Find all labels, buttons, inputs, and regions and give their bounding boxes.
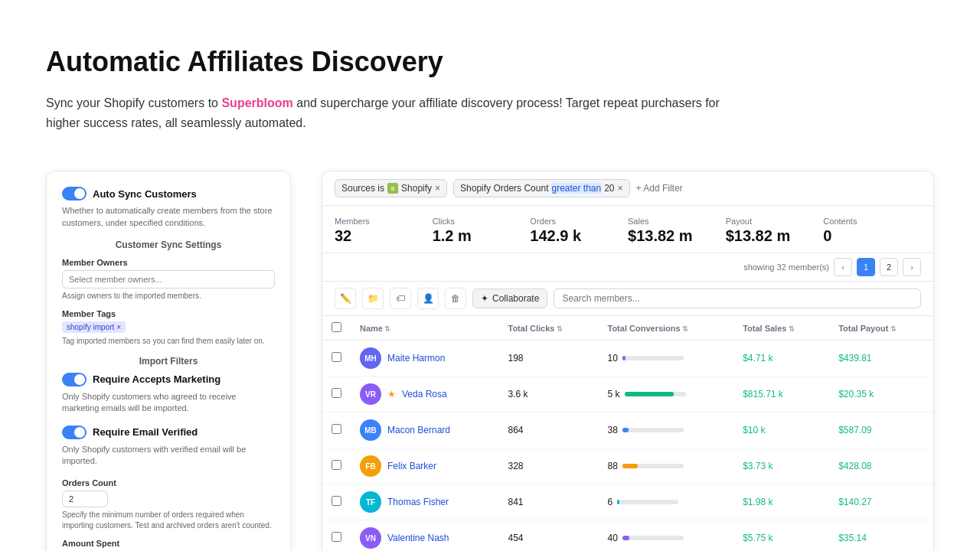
member-name-cell: VR ★ Veda Rosa: [351, 377, 498, 412]
orders-count-filter-key: Shopify Orders Count: [460, 183, 548, 194]
sales-cell: $1.98 k: [733, 484, 829, 520]
member-owners-input[interactable]: [62, 270, 275, 289]
payout-cell: $20.35 k: [829, 377, 933, 412]
right-panel: Sources is S Shopify × Shopify Orders Co…: [322, 171, 934, 551]
prev-page-button[interactable]: ‹: [834, 258, 852, 276]
auto-sync-toggle-row: Auto Sync Customers: [62, 187, 275, 201]
member-name-cell: MB Macon Bernard: [351, 412, 498, 448]
member-tags-row: shopify import ×: [62, 321, 275, 333]
member-name-link[interactable]: Veda Rosa: [402, 389, 447, 399]
search-members-input[interactable]: [554, 289, 921, 308]
orders-count-label: Orders Count: [62, 478, 275, 487]
conversion-fill: [622, 536, 630, 540]
sales-cell: $815.71 k: [733, 377, 829, 412]
collaborate-label: Collaborate: [492, 293, 539, 304]
clicks-cell: 454: [498, 520, 598, 551]
member-name-link[interactable]: Maite Harmon: [387, 353, 445, 364]
collaborate-icon: ✦: [481, 293, 488, 304]
conversion-fill: [622, 464, 638, 468]
row-checkbox[interactable]: [332, 460, 341, 470]
shopify-import-tag[interactable]: shopify import ×: [62, 321, 126, 333]
payout-cell: $587.09: [829, 412, 933, 448]
member-tags-label: Member Tags: [62, 309, 275, 318]
page-description: Sync your Shopify customers to Superbloo…: [46, 93, 735, 132]
require-marketing-toggle[interactable]: [62, 373, 87, 386]
description-start: Sync your Shopify customers to: [46, 96, 221, 109]
stat-orders-value: 142.9 k: [530, 227, 628, 245]
select-all-checkbox[interactable]: [332, 322, 341, 332]
clicks-cell: 328: [498, 448, 598, 484]
row-checkbox[interactable]: [332, 352, 341, 362]
conversions-cell: 6: [599, 484, 734, 520]
sales-cell: $5.75 k: [733, 520, 829, 551]
filter-key: Sources is: [341, 183, 384, 194]
sources-filter-chip[interactable]: Sources is S Shopify ×: [335, 179, 447, 197]
row-checkbox-cell: [322, 484, 351, 520]
customer-sync-heading: Customer Sync Settings: [62, 240, 275, 250]
next-page-button[interactable]: ›: [903, 258, 921, 276]
row-checkbox-cell: [322, 520, 351, 551]
tag-sub: Tag imported members so you can find the…: [62, 336, 275, 347]
member-name-link[interactable]: Felix Barker: [387, 461, 436, 471]
sources-filter-close[interactable]: ×: [435, 184, 440, 193]
toolbar: ✏️ 📁 🏷 👤 🗑 ✦ Collaborate: [322, 282, 933, 316]
th-total-sales[interactable]: Total Sales: [733, 316, 829, 341]
member-avatar: MB: [360, 419, 381, 441]
page-1-button[interactable]: 1: [857, 258, 875, 276]
folder-icon[interactable]: 📁: [362, 288, 384, 309]
delete-icon[interactable]: 🗑: [445, 288, 466, 309]
member-name-cell: FB Felix Barker: [351, 448, 498, 484]
payout-cell: $35.14: [829, 520, 933, 551]
th-total-conversions[interactable]: Total Conversions: [599, 316, 734, 341]
row-checkbox[interactable]: [332, 388, 341, 398]
member-name-link[interactable]: Valentine Nash: [387, 533, 449, 543]
member-name-link[interactable]: Macon Bernard: [387, 425, 450, 435]
th-total-payout[interactable]: Total Payout: [829, 316, 933, 341]
conversion-bar: [625, 392, 686, 396]
tag-value: shopify import: [67, 323, 114, 331]
brand-link[interactable]: Superbloom: [221, 96, 292, 109]
member-name-cell: TF Thomas Fisher: [351, 484, 498, 520]
stat-sales: Sales $13.82 m: [628, 217, 726, 245]
member-name-link[interactable]: Thomas Fisher: [387, 497, 449, 507]
shopify-icon: S: [387, 183, 398, 194]
page-2-button[interactable]: 2: [880, 258, 898, 276]
add-filter-button[interactable]: + Add Filter: [636, 183, 683, 194]
stat-clicks-label: Clicks: [433, 217, 531, 226]
auto-sync-toggle[interactable]: [62, 187, 87, 201]
row-checkbox[interactable]: [332, 532, 341, 542]
row-checkbox[interactable]: [332, 496, 341, 506]
import-filters-heading: Import Filters: [62, 356, 275, 367]
require-email-toggle[interactable]: [62, 425, 87, 439]
th-total-clicks[interactable]: Total Clicks: [498, 316, 598, 341]
payout-cell: $439.81: [829, 341, 933, 377]
th-checkbox: [322, 316, 351, 341]
row-checkbox[interactable]: [332, 424, 341, 434]
member-owners-label: Member Owners: [62, 258, 275, 267]
clicks-cell: 864: [498, 412, 598, 448]
collaborate-button[interactable]: ✦ Collaborate: [472, 289, 547, 308]
stat-contents-value: 0: [823, 227, 921, 245]
filter-chip-value: Shopify: [401, 183, 432, 194]
conversion-fill: [622, 428, 629, 432]
conversions-value: 6: [608, 497, 613, 507]
user-icon[interactable]: 👤: [417, 288, 439, 309]
auto-sync-desc: Whether to automatically create members …: [62, 205, 275, 229]
table-row: MB Macon Bernard 864 38 $10 k $587.09: [322, 412, 933, 448]
member-avatar: VN: [360, 527, 381, 549]
conversion-bar: [617, 500, 678, 504]
member-name-cell: VN Valentine Nash: [351, 520, 498, 551]
edit-icon[interactable]: ✏️: [335, 288, 356, 309]
conversion-bar: [622, 356, 684, 360]
stat-clicks: Clicks 1.2 m: [433, 217, 531, 245]
orders-count-filter-chip[interactable]: Shopify Orders Count greater than 20 ×: [453, 179, 629, 197]
stat-members-label: Members: [335, 217, 433, 226]
orders-count-input[interactable]: [62, 491, 108, 507]
th-name[interactable]: Name: [351, 316, 498, 341]
stat-sales-value: $13.82 m: [628, 227, 726, 245]
tag-icon[interactable]: 🏷: [390, 288, 411, 309]
tag-close-icon[interactable]: ×: [116, 323, 121, 331]
stat-clicks-value: 1.2 m: [433, 227, 531, 245]
orders-count-filter-close[interactable]: ×: [618, 184, 623, 193]
conversions-value: 40: [608, 533, 618, 543]
